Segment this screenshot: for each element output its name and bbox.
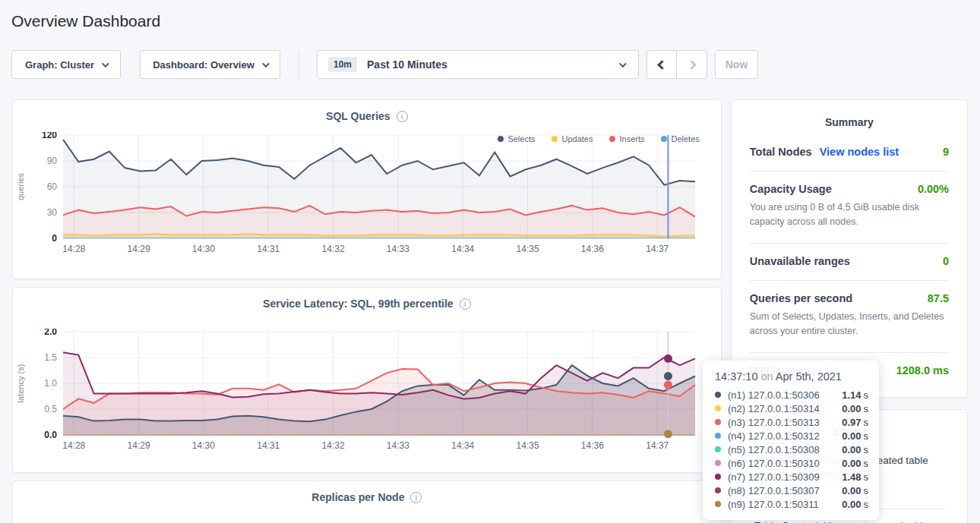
sql-queries-card: SQL Queriesi SelectsUpdatesInsertsDelete… [12,99,722,279]
svg-text:1.0: 1.0 [44,378,57,389]
replicas-per-node-title: Replicas per Node [311,491,404,503]
svg-text:14:34: 14:34 [451,244,474,254]
svg-text:14:29: 14:29 [128,440,150,451]
legend-item-selects: Selects [498,134,535,143]
svg-text:60: 60 [47,181,58,192]
sql-queries-title: SQL Queries [326,110,390,122]
svg-text:latency (s): latency (s) [16,364,25,403]
tooltip-timestamp: 14:37:10 on Apr 5th, 2021 [715,370,868,383]
legend-label: Selects [507,134,535,143]
tooltip-node-label: (n3) 127.0.0.1:50313 [728,417,842,428]
tooltip-rows: (n1) 127.0.0.1:503061.14s(n2) 127.0.0.1:… [715,388,868,511]
tooltip-node-row: (n2) 127.0.0.1:503140.00s [715,402,868,415]
svg-text:14:32: 14:32 [322,440,345,451]
charts-column: SQL Queriesi SelectsUpdatesInsertsDelete… [12,99,722,523]
tooltip-node-label: (n2) 127.0.0.1:50314 [728,403,842,414]
legend-item-inserts: Inserts [609,134,644,143]
node-color-dot-icon [715,419,721,425]
svg-text:0.5: 0.5 [44,404,57,414]
time-next-button[interactable] [677,50,707,79]
tooltip-node-label: (n9) 127.0.0.1:50311 [728,499,842,510]
tooltip-node-row: (n9) 127.0.0.1:503110.00s [715,497,868,511]
tooltip-node-value: 0.00 [842,499,861,510]
view-nodes-list-link[interactable]: View nodes list [820,146,899,158]
dashboard-dropdown-label: Dashboard: Overview [153,59,254,71]
tooltip-node-value: 0.00 [842,485,861,496]
legend-item-deletes: Deletes [661,134,699,143]
latency-hover-tooltip: 14:37:10 on Apr 5th, 2021 (n1) 127.0.0.1… [703,361,879,520]
time-range-dropdown[interactable]: 10m Past 10 Minutes [317,50,639,79]
tooltip-node-row: (n3) 127.0.0.1:503130.97s [715,415,868,429]
tooltip-node-unit: s [864,417,869,428]
page-title: Overview Dashboard [0,0,980,30]
tooltip-node-label: (n6) 127.0.0.1:50310 [728,458,842,469]
tooltip-time: 14:37:10 [715,370,757,383]
time-nav-group [646,50,707,79]
tooltip-node-label: (n5) 127.0.0.1:50308 [728,444,842,455]
svg-text:14:30: 14:30 [192,244,215,254]
svg-text:14:36: 14:36 [581,440,604,451]
legend-dot-icon [661,136,667,142]
svg-text:14:34: 14:34 [451,440,474,451]
controls-bar: Graph: Cluster Dashboard: Overview 10m P… [11,50,980,79]
svg-text:2.0: 2.0 [44,329,57,337]
graph-dropdown-label: Graph: Cluster [25,59,94,71]
tooltip-node-label: (n7) 127.0.0.1:50309 [728,471,842,483]
legend-dot-icon [552,136,558,142]
metric-description: Sum of Selects, Updates, Inserts, and De… [750,310,949,339]
svg-text:14:33: 14:33 [387,244,409,254]
now-button[interactable]: Now [715,50,758,79]
tooltip-node-value: 0.00 [842,430,861,442]
tooltip-node-unit: s [864,471,869,483]
sql-queries-legend: SelectsUpdatesInsertsDeletes [498,134,699,143]
metric-value: 9 [943,146,949,158]
info-icon[interactable]: i [397,111,408,122]
tooltip-node-value: 0.00 [842,458,861,469]
tooltip-node-value: 0.97 [842,417,861,428]
service-latency-title-row: Service Latency: SQL, 99th percentilei [13,288,721,310]
service-latency-card: Service Latency: SQL, 99th percentilei 0… [12,287,722,473]
info-icon[interactable]: i [460,298,471,310]
summary-metric: Queries per second87.5Sum of Selects, Up… [750,281,949,353]
service-latency-chart[interactable]: 0.00.51.01.52.014:2814:2914:3014:3114:32… [13,329,707,455]
legend-label: Deletes [671,134,699,143]
sql-queries-chart[interactable]: 030609012014:2814:2914:3014:3114:3214:33… [13,132,707,258]
tooltip-node-label: (n8) 127.0.0.1:50307 [728,485,842,496]
svg-text:14:29: 14:29 [128,244,150,254]
node-color-dot-icon [715,460,721,466]
time-prev-button[interactable] [646,50,677,79]
tooltip-node-row: (n7) 127.0.0.1:503091.48s [715,470,868,484]
tooltip-node-value: 1.48 [842,471,861,483]
chevron-down-icon [619,60,627,68]
svg-text:14:36: 14:36 [581,244,604,254]
svg-text:14:32: 14:32 [322,244,345,254]
node-color-dot-icon [715,501,721,507]
metric-label: Unavailable ranges [750,255,850,267]
metric-value: 0 [943,255,949,267]
svg-text:14:31: 14:31 [257,440,280,451]
metric-value: 87.5 [928,292,949,304]
tooltip-node-row: (n5) 127.0.0.1:503080.00s [715,443,868,456]
tooltip-node-row: (n6) 127.0.0.1:503100.00s [715,456,868,470]
legend-item-updates: Updates [552,134,593,143]
svg-text:30: 30 [47,207,58,218]
svg-text:14:28: 14:28 [62,244,85,254]
summary-metric: Capacity Usage0.00%You are using 0 B of … [750,172,949,244]
info-icon[interactable]: i [410,492,422,503]
tooltip-node-label: (n4) 127.0.0.1:50312 [728,430,842,442]
svg-text:14:37: 14:37 [646,440,669,451]
now-button-label: Now [726,58,748,71]
time-range-label: Past 10 Minutes [367,58,447,71]
graph-dropdown[interactable]: Graph: Cluster [11,50,121,79]
summary-title: Summary [750,100,949,134]
dashboard-dropdown[interactable]: Dashboard: Overview [140,50,280,79]
tooltip-node-row: (n8) 127.0.0.1:503070.00s [715,484,868,497]
replicas-per-node-title-row: Replicas per Nodei [13,481,721,503]
svg-text:14:28: 14:28 [62,440,85,451]
svg-text:14:33: 14:33 [387,440,409,451]
tooltip-node-value: 0.00 [842,403,861,414]
node-color-dot-icon [715,433,721,439]
summary-card: Summary Total NodesView nodes list9Capac… [731,99,968,398]
svg-text:14:37: 14:37 [646,244,669,254]
svg-text:0: 0 [52,233,57,244]
